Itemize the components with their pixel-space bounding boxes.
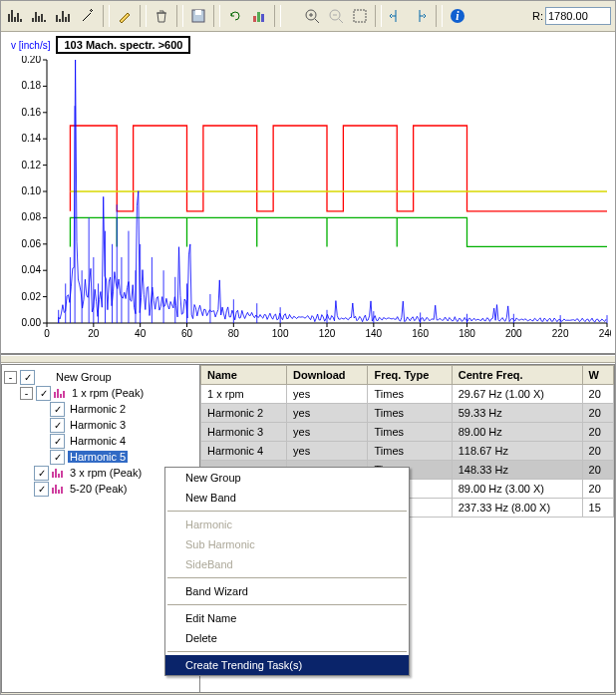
- table-row[interactable]: Harmonic 3yesTimes89.00 Hz20: [201, 423, 614, 442]
- cell[interactable]: 15: [582, 499, 613, 518]
- zoom-area-icon[interactable]: [349, 5, 371, 27]
- menu-separator: [167, 511, 407, 512]
- wand-icon[interactable]: [77, 5, 99, 27]
- menu-item[interactable]: Create Trending Task(s): [165, 655, 409, 675]
- svg-text:0.14: 0.14: [22, 133, 42, 144]
- tree-item[interactable]: Harmonic 5: [4, 449, 197, 465]
- checkbox[interactable]: [36, 386, 51, 401]
- svg-rect-3: [257, 12, 260, 22]
- tree-label: 3 x rpm (Peak): [68, 467, 144, 479]
- table-row[interactable]: Harmonic 4yesTimes118.67 Hz20: [201, 442, 614, 461]
- column-header[interactable]: Freq. Type: [368, 366, 452, 385]
- column-header[interactable]: Centre Freq.: [452, 366, 582, 385]
- svg-rect-1: [195, 10, 201, 15]
- tree-label: 5-20 (Peak): [68, 483, 129, 495]
- context-menu[interactable]: New GroupNew BandHarmonicSub HarmonicSid…: [164, 467, 410, 676]
- cell[interactable]: yes: [287, 423, 368, 442]
- svg-text:0.06: 0.06: [22, 238, 42, 249]
- separator: [375, 5, 382, 27]
- menu-item[interactable]: New Group: [165, 468, 409, 488]
- cell[interactable]: 20: [582, 480, 613, 499]
- info-icon[interactable]: i: [447, 5, 468, 27]
- cell[interactable]: 20: [582, 404, 613, 423]
- cell[interactable]: Harmonic 3: [201, 423, 287, 442]
- r-input[interactable]: [545, 7, 611, 25]
- save-icon[interactable]: [187, 5, 209, 27]
- cell[interactable]: Harmonic 4: [201, 442, 287, 461]
- column-header[interactable]: Download: [287, 366, 368, 385]
- svg-rect-7: [354, 10, 366, 22]
- cell[interactable]: Times: [368, 442, 452, 461]
- cell[interactable]: yes: [287, 404, 368, 423]
- grid-header-row: NameDownloadFreq. TypeCentre Freq.W: [201, 366, 614, 385]
- zoom-out-icon[interactable]: [325, 5, 347, 27]
- svg-text:0.10: 0.10: [22, 185, 42, 196]
- collapse-toggle[interactable]: -: [20, 387, 33, 400]
- cell[interactable]: 118.67 Hz: [452, 442, 582, 461]
- spectrum3-icon[interactable]: [53, 5, 75, 27]
- horizontal-splitter[interactable]: [1, 355, 615, 363]
- cell[interactable]: Times: [368, 423, 452, 442]
- checkbox[interactable]: [50, 418, 65, 433]
- cell[interactable]: 89.00 Hz: [452, 423, 582, 442]
- trash-icon[interactable]: [151, 5, 172, 27]
- svg-text:0.02: 0.02: [22, 291, 42, 302]
- checkbox[interactable]: [50, 450, 65, 465]
- spectrum1-icon[interactable]: [5, 5, 27, 27]
- column-header[interactable]: Name: [201, 366, 287, 385]
- checkbox[interactable]: [50, 434, 65, 449]
- tree-item[interactable]: Harmonic 4: [4, 433, 197, 449]
- cell[interactable]: 20: [582, 385, 613, 404]
- tree-item[interactable]: -New Group: [4, 369, 197, 385]
- band-icon: [52, 484, 65, 495]
- r-label: R:: [532, 10, 543, 22]
- menu-item[interactable]: New Band: [165, 488, 409, 508]
- checkbox[interactable]: [34, 466, 49, 481]
- menu-item: Sub Harmonic: [165, 534, 409, 554]
- menu-separator: [167, 604, 407, 605]
- menu-item: SideBand: [165, 554, 409, 574]
- cell[interactable]: 148.33 Hz: [452, 461, 582, 480]
- separator: [274, 5, 281, 27]
- table-row[interactable]: 1 x rpmyesTimes29.67 Hz (1.00 X)20: [201, 385, 614, 404]
- cell[interactable]: 20: [582, 461, 613, 480]
- separator: [103, 5, 110, 27]
- cell[interactable]: 59.33 Hz: [452, 404, 582, 423]
- cell[interactable]: yes: [287, 442, 368, 461]
- tree-item[interactable]: Harmonic 2: [4, 401, 197, 417]
- menu-item[interactable]: Delete: [165, 628, 409, 648]
- tree-label: Harmonic 2: [68, 403, 128, 415]
- cell[interactable]: 237.33 Hz (8.00 X): [452, 499, 582, 518]
- checkbox[interactable]: [50, 402, 65, 417]
- zoom-in-icon[interactable]: [301, 5, 323, 27]
- menu-item[interactable]: Edit Name: [165, 608, 409, 628]
- spectrum2-icon[interactable]: [29, 5, 51, 27]
- svg-text:0: 0: [44, 328, 50, 339]
- cell[interactable]: 89.00 Hz (3.00 X): [452, 480, 582, 499]
- cell[interactable]: 20: [582, 442, 613, 461]
- pencil-icon[interactable]: [114, 5, 136, 27]
- table-row[interactable]: Harmonic 2yesTimes59.33 Hz20: [201, 404, 614, 423]
- cell[interactable]: 29.67 Hz (1.00 X): [452, 385, 582, 404]
- checkbox[interactable]: [20, 370, 35, 385]
- column-header[interactable]: W: [582, 366, 613, 385]
- cell[interactable]: Times: [368, 385, 452, 404]
- cursor-left-icon[interactable]: [386, 5, 408, 27]
- menu-item[interactable]: Band Wizard: [165, 581, 409, 601]
- chart-tool-icon[interactable]: [248, 5, 270, 27]
- cell[interactable]: 1 x rpm: [201, 385, 287, 404]
- cell[interactable]: yes: [287, 385, 368, 404]
- cell[interactable]: Harmonic 2: [201, 404, 287, 423]
- cell[interactable]: Times: [368, 404, 452, 423]
- cursor-right-icon[interactable]: [410, 5, 432, 27]
- collapse-toggle[interactable]: -: [4, 371, 17, 384]
- refresh-icon[interactable]: [224, 5, 246, 27]
- y-axis-title: v [inch/s]: [11, 40, 50, 51]
- checkbox[interactable]: [34, 482, 49, 497]
- plot-area[interactable]: 0.000.020.040.060.080.100.120.140.160.18…: [5, 56, 611, 345]
- tree-item[interactable]: -1 x rpm (Peak): [4, 385, 197, 401]
- app-window: i R: v [inch/s] 103 Mach. spectr. >600 0…: [0, 0, 616, 695]
- tree-item[interactable]: Harmonic 3: [4, 417, 197, 433]
- band-icon: [54, 388, 67, 399]
- cell[interactable]: 20: [582, 423, 613, 442]
